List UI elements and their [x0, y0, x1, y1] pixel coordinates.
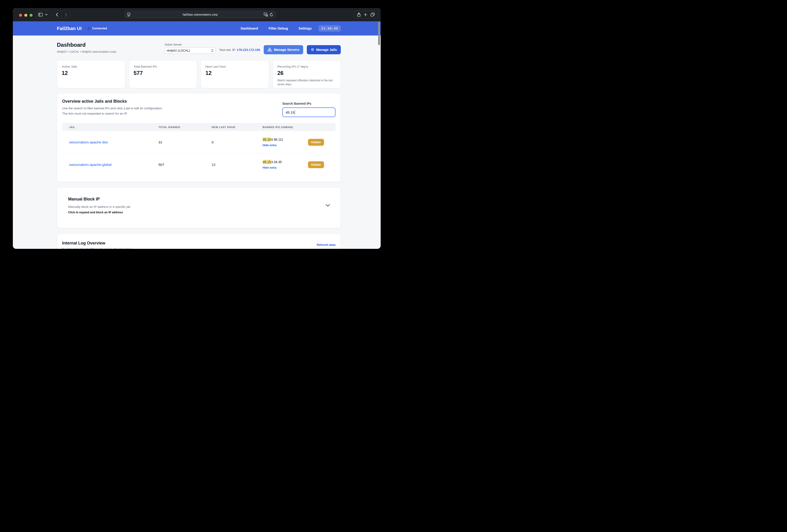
svg-text:✱: ✱ — [266, 15, 268, 16]
hide-extra-link[interactable]: Hide extra — [262, 166, 282, 169]
jail-link[interactable]: swissmakers-apache-dos — [69, 140, 158, 144]
nav-dashboard[interactable]: Dashboard — [240, 27, 258, 30]
reload-icon[interactable] — [270, 13, 273, 17]
screenshot-stage: fail2ban.swissmakers.corp A ✱ — [0, 0, 394, 266]
tab-overview-icon[interactable] — [370, 13, 375, 17]
sitemap-icon — [268, 48, 272, 51]
divider — [61, 13, 62, 17]
window-controls — [19, 14, 33, 17]
reader-icon[interactable] — [127, 13, 131, 17]
chevron-down-icon[interactable] — [45, 14, 47, 15]
col-header-total-banned: TOTAL BANNED — [158, 126, 212, 129]
address-bar[interactable]: fail2ban.swissmakers.corp A ✱ — [125, 11, 276, 18]
sidebar-toggle-group[interactable] — [36, 11, 50, 18]
manual-block-title: Manual Block IP — [68, 197, 329, 202]
new-last-hour-value: 0 — [212, 140, 262, 144]
forward-icon[interactable] — [65, 13, 67, 17]
col-header-new-last-hour: NEW LAST HOUR — [212, 126, 262, 129]
stat-label: Active Jails — [62, 65, 121, 68]
stat-value: 577 — [134, 70, 192, 76]
new-last-hour-value: 12 — [212, 163, 262, 167]
gear-icon: ⚙ — [311, 48, 314, 51]
overview-card: Overview active Jails and Blocks Use the… — [57, 93, 341, 182]
col-header-banned-ips: BANNED IPS (UNBAN) — [262, 126, 324, 129]
share-icon[interactable] — [357, 13, 361, 17]
stat-label: Recurring IPs (7 days) — [277, 65, 336, 68]
ip-search-highlight: 45.15 — [262, 137, 271, 142]
stat-value: 12 — [206, 70, 264, 76]
browser-titlebar: fail2ban.swissmakers.corp A ✱ — [13, 8, 381, 21]
search-block: Search Banned IPs 45.15 — [282, 102, 336, 117]
stats-row: Active Jails 12 Total Banned IPs 577 New… — [57, 60, 341, 88]
page-content: Dashboard rlinfp02 • LOCAL • rlinfp02.sw… — [57, 36, 341, 249]
app-header: Fail2ban UI Connected Dashboard Filter D… — [13, 21, 381, 36]
manage-jails-label: Manage Jails — [316, 48, 337, 51]
manage-servers-label: Manage Servers — [274, 48, 299, 51]
expand-chevron-icon[interactable] — [326, 204, 330, 207]
back-icon[interactable] — [56, 13, 58, 17]
connection-status: Connected — [88, 27, 107, 30]
search-input-value: 45.15 — [286, 110, 294, 114]
stat-card-total-banned: Total Banned IPs 577 — [129, 60, 197, 88]
browser-window: fail2ban.swissmakers.corp A ✱ — [13, 8, 381, 249]
table-row: swissmakers-apache-global 507 12 45.153.… — [62, 153, 336, 176]
external-ip-label: Your ext. IP: — [219, 48, 236, 51]
ip-rest: 4.98.111 — [271, 138, 283, 141]
app-brand: Fail2ban UI — [57, 26, 82, 31]
internal-log-title: Internal Log Overview — [62, 241, 336, 246]
ip-rest: 3.34.35 — [271, 160, 282, 164]
server-select-value: rlinfp02 (LOCAL) — [167, 49, 211, 52]
search-label: Search Banned IPs — [282, 102, 336, 105]
active-server-block: Active Server rlinfp02 (LOCAL) — [165, 43, 216, 54]
clock-badge: 21:48:49 — [319, 25, 341, 31]
banned-ip: 45.154.98.111 — [262, 138, 283, 141]
manual-block-description: Manually block an IP address in a specif… — [68, 205, 329, 208]
ip-search-highlight: 45.15 — [262, 160, 271, 164]
stat-card-active-jails: Active Jails 12 — [57, 60, 125, 88]
jails-table: JAIL TOTAL BANNED NEW LAST HOUR BANNED I… — [62, 123, 336, 176]
nav-settings[interactable]: Settings — [299, 27, 312, 30]
zoom-window-button[interactable] — [29, 14, 33, 17]
total-banned-value: 507 — [158, 163, 212, 167]
new-tab-icon[interactable] — [364, 13, 367, 16]
manual-block-card[interactable]: Manual Block IP Manually block an IP add… — [57, 187, 341, 228]
url-text: fail2ban.swissmakers.corp — [183, 13, 218, 16]
internal-log-card: Internal Log Overview Events stored by F… — [57, 234, 341, 249]
server-select[interactable]: rlinfp02 (LOCAL) — [165, 47, 216, 54]
manage-servers-button[interactable]: Manage Servers — [264, 45, 303, 54]
refresh-data-link[interactable]: Refresh data — [317, 243, 336, 246]
status-label: Connected — [92, 27, 107, 30]
page-title-block: Dashboard rlinfp02 • LOCAL • rlinfp02.sw… — [57, 42, 116, 53]
manage-jails-button[interactable]: ⚙ Manage Jails — [307, 45, 341, 54]
stat-description: Watch repeated offenders detected in the… — [277, 79, 336, 86]
translate-icon[interactable]: A ✱ — [264, 13, 268, 17]
close-window-button[interactable] — [19, 14, 22, 17]
sidebar-icon[interactable] — [38, 13, 43, 17]
total-banned-value: 31 — [158, 140, 212, 144]
stat-label: New Last Hour — [206, 65, 264, 68]
page-title: Dashboard — [57, 42, 116, 48]
minimize-window-button[interactable] — [24, 14, 27, 17]
manual-block-hint: Click to expand and block an IP address — [68, 211, 329, 214]
table-header-row: JAIL TOTAL BANNED NEW LAST HOUR BANNED I… — [62, 123, 336, 131]
stat-value: 26 — [277, 70, 336, 76]
banned-ip: 45.153.34.35 — [262, 160, 282, 164]
status-ring-icon — [88, 27, 90, 30]
unban-button[interactable]: Unban — [308, 139, 324, 146]
internal-log-description: Events stored by Fail2ban-UI across all … — [62, 247, 336, 249]
page-subtitle: rlinfp02 • LOCAL • rlinfp02.swissmakers.… — [57, 50, 116, 53]
nav-filter-debug[interactable]: Filter Debug — [269, 27, 288, 30]
jail-link[interactable]: swissmakers-apache-global — [69, 163, 158, 167]
external-ip-value: 176.223.172.185 — [237, 48, 260, 51]
history-nav-group — [52, 11, 71, 18]
search-input[interactable]: 45.15 — [282, 108, 336, 117]
unban-button[interactable]: Unban — [308, 161, 324, 168]
scrollbar-thumb[interactable] — [378, 22, 380, 45]
hide-extra-link[interactable]: Hide extra — [262, 143, 283, 147]
stat-card-recurring-ips: Recurring IPs (7 days) 26 Watch repeated… — [273, 60, 341, 88]
external-ip: Your ext. IP: 176.223.172.185 — [219, 48, 260, 51]
stat-card-new-last-hour: New Last Hour 12 — [201, 60, 269, 88]
text-caret — [295, 110, 295, 115]
active-server-label: Active Server — [165, 43, 216, 46]
main-nav: Dashboard Filter Debug Settings — [240, 27, 312, 30]
